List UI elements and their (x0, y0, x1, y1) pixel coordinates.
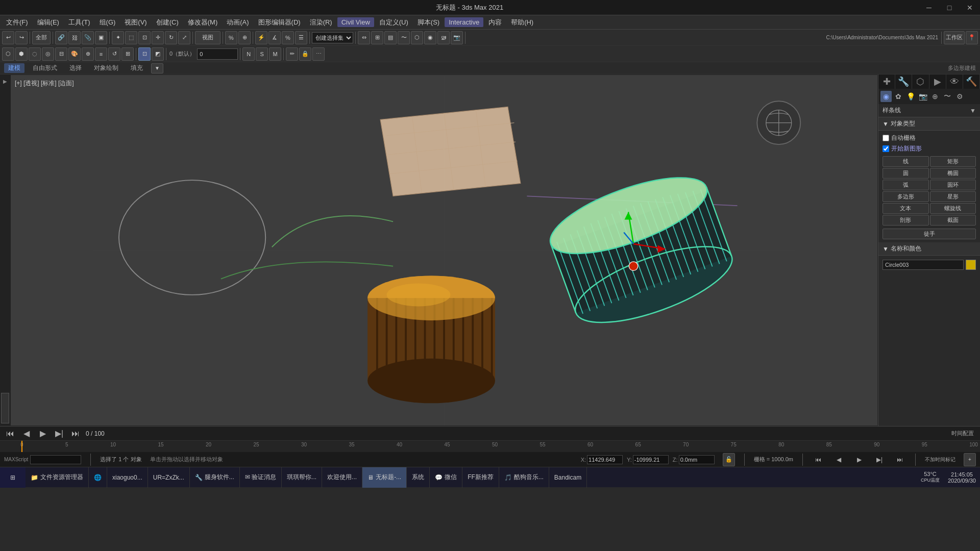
taskbar-wechat[interactable]: 💬 微信 (430, 467, 462, 488)
mirror-tool[interactable]: ⇔ (358, 31, 370, 44)
taskbar-help[interactable]: 琪琪帮你... (282, 467, 322, 488)
mode-object-paint[interactable]: 对象绘制 (90, 63, 122, 73)
spinner-snap[interactable]: ☰ (295, 31, 307, 44)
name-color-section-header[interactable]: ▼ 名称和颜色 (878, 242, 980, 256)
paint-connect[interactable]: ✏ (286, 47, 298, 61)
taskbar-3dsmax[interactable]: 🖥 无标题-... (362, 467, 407, 488)
shape-cutplane[interactable]: 截面 (930, 215, 976, 226)
menu-item-graph-editor[interactable]: 图形编辑器(D) (254, 17, 305, 28)
timeline-track[interactable]: 0 5 10 15 20 25 30 35 40 45 50 55 60 65 … (0, 441, 980, 452)
shape-text[interactable]: 文本 (883, 203, 929, 214)
sep-by-smoothing[interactable]: S (256, 47, 268, 61)
material-editor[interactable]: ◉ (424, 31, 436, 44)
modify-tab[interactable]: 🔧 (895, 74, 912, 89)
status-fwd-btn[interactable]: ▶| (873, 455, 886, 465)
menu-item-animation[interactable]: 动画(A) (223, 17, 253, 28)
show-end-result[interactable]: ◩ (152, 47, 164, 61)
helper-icon[interactable]: ⊕ (929, 91, 941, 102)
bridge-tool[interactable]: ⊞ (121, 47, 134, 61)
menu-item-create[interactable]: 创建(C) (152, 17, 183, 28)
quick-loop[interactable]: ↺ (108, 47, 120, 61)
taskbar-ff[interactable]: FF新推荐 (462, 467, 499, 488)
align-tool[interactable]: ⊞ (371, 31, 383, 44)
symmetry-tool[interactable]: ⊟ (55, 47, 67, 61)
menu-item-help[interactable]: 帮助(H) (507, 17, 537, 28)
menu-item-interactive[interactable]: Interactive (445, 17, 483, 27)
mini-viewport[interactable] (1, 393, 9, 423)
camera-icon[interactable]: 📷 (917, 91, 928, 102)
maximize-button[interactable]: □ (939, 0, 960, 15)
points-btn[interactable]: 📍 (966, 31, 978, 44)
menu-item-modifiers[interactable]: 修改器(M) (184, 17, 222, 28)
named-selection-dropdown[interactable]: 创建选择集 (312, 32, 353, 43)
layer-manager[interactable]: ▤ (384, 31, 397, 44)
scale-tool[interactable]: ⤢ (178, 31, 190, 44)
workspace-label[interactable]: 工作区 (944, 31, 965, 44)
select-all-button[interactable]: 全部 (32, 31, 51, 44)
use-nurms[interactable]: N (242, 47, 255, 61)
spacewarp-icon[interactable]: 〜 (942, 91, 953, 102)
mode-modeling[interactable]: 建模 (4, 63, 24, 73)
shape-ellipse[interactable]: 椭圆 (930, 168, 976, 179)
system-clock[interactable]: 21:45:05 2020/09/30 (944, 467, 980, 488)
taskbar-music[interactable]: 🎵 酷狗音乐... (499, 467, 549, 488)
menu-item-tools[interactable]: 工具(T) (64, 17, 94, 28)
status-end-btn[interactable]: ⏭ (894, 455, 906, 465)
shape-freehand[interactable]: 徒手 (883, 229, 976, 239)
rotate-tool[interactable]: ↻ (165, 31, 177, 44)
taskbar-verify[interactable]: ✉ 验证消息 (240, 467, 282, 488)
bind-tool[interactable]: 📎 (82, 31, 94, 44)
z-input[interactable] (679, 455, 715, 464)
mode-populate[interactable]: 填充 (127, 63, 147, 73)
shape-donut[interactable]: 圆环 (930, 180, 976, 190)
mesh-smooth[interactable]: ⬡ (2, 47, 14, 61)
lattice-tool[interactable]: ⬢ (15, 47, 28, 61)
taskbar-xiaoguo[interactable]: xiaoguo0... (107, 467, 148, 488)
shape-ngon[interactable]: 多边形 (883, 191, 929, 202)
render-frame[interactable]: 📷 (451, 31, 463, 44)
status-back-btn[interactable]: ◀ (832, 455, 845, 465)
prev-frame-btn[interactable]: ◀ (20, 429, 33, 439)
time-config-btn[interactable]: 时间配置 (949, 429, 976, 438)
taskbar-file-explorer[interactable]: 📁 文件资源管理器 (26, 467, 89, 488)
light-icon[interactable]: 💡 (905, 91, 916, 102)
level-input[interactable] (197, 48, 238, 60)
angle-snap[interactable]: ∡ (268, 31, 281, 44)
object-name-input[interactable] (883, 260, 964, 270)
display-tab[interactable]: 👁 (946, 74, 963, 89)
curve-editor[interactable]: 〜 (398, 31, 410, 44)
shape-icon[interactable]: ✿ (893, 91, 904, 102)
auto-grid-checkbox[interactable] (883, 135, 889, 141)
sep-by-matid[interactable]: M (269, 47, 281, 61)
percent-btn[interactable]: % (225, 31, 237, 44)
select-tool[interactable]: ✦ (112, 31, 124, 44)
more-tools[interactable]: ⋯ (312, 47, 325, 61)
relax-tool[interactable]: ◌ (29, 47, 41, 61)
mode-extra[interactable]: ▼ (151, 63, 163, 73)
schematic-view[interactable]: ⬡ (411, 31, 423, 44)
window-crossing-tool[interactable]: ⊡ (138, 31, 151, 44)
vertex-weights[interactable]: ⊕ (82, 47, 94, 61)
menu-item-render[interactable]: 渲染(R) (306, 17, 336, 28)
shape-section[interactable]: 剖形 (883, 215, 929, 226)
menu-item-civil-view[interactable]: Civil View (337, 17, 374, 27)
menu-item-content[interactable]: 内容 (484, 17, 506, 28)
utility-tab[interactable]: 🔨 (963, 74, 980, 89)
shape-star[interactable]: 星形 (930, 191, 976, 202)
start-new-shape-checkbox[interactable] (883, 145, 889, 152)
play-btn[interactable]: ▶ (37, 429, 49, 439)
select-obj-tool[interactable]: ▣ (95, 31, 107, 44)
x-input[interactable] (587, 455, 623, 464)
color-swatch[interactable] (966, 260, 976, 270)
next-frame-btn[interactable]: ▶| (53, 429, 65, 439)
taskbar-system[interactable]: 系统 (407, 467, 430, 488)
select-region-tool[interactable]: ⬚ (125, 31, 137, 44)
reference-coord[interactable]: 视图 (195, 31, 220, 44)
viewport[interactable]: [+] [透视] [标准] [边面] (10, 74, 878, 426)
snap-toggle[interactable]: ⚡ (255, 31, 267, 44)
minimize-button[interactable]: ─ (919, 0, 939, 15)
object-type-section-header[interactable]: ▼ 对象类型 (878, 117, 980, 131)
shape-arc[interactable]: 弧 (883, 180, 929, 190)
cpu-temp[interactable]: 53°C CPU温度 (917, 467, 944, 488)
hierarchy-tab[interactable]: ⬡ (912, 74, 929, 89)
